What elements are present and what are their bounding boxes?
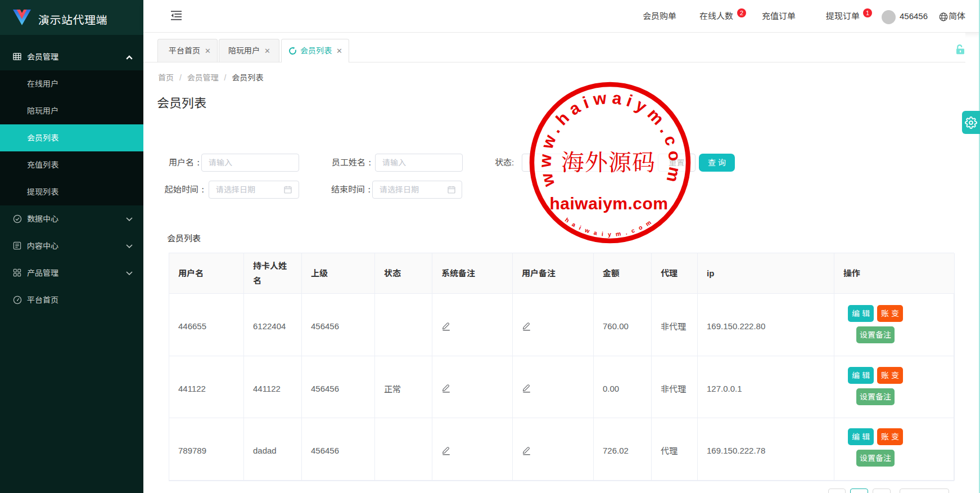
svg-text:haiwaiym.com: haiwaiym.com <box>549 194 668 213</box>
svg-text:海外源码: 海外源码 <box>561 144 656 177</box>
